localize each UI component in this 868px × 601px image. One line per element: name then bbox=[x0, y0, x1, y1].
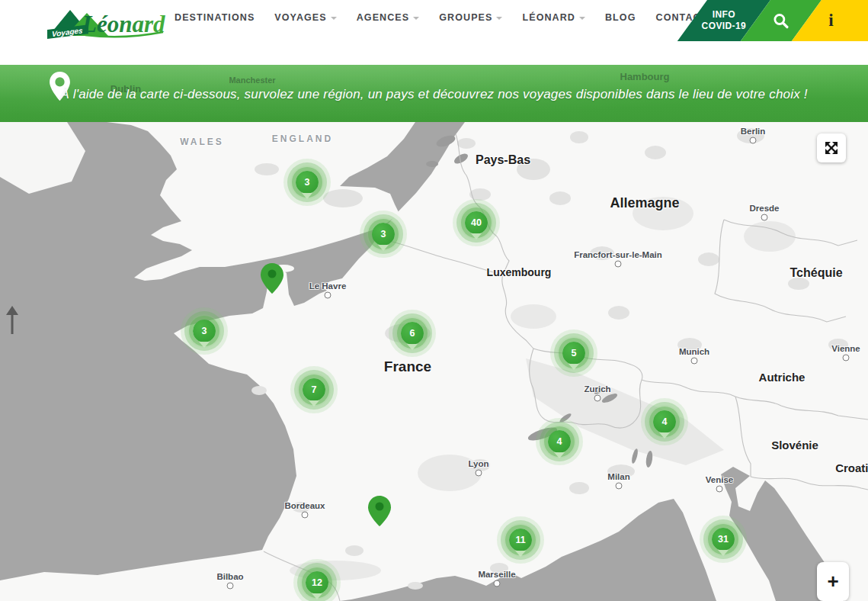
ghost-map-label: Manchester bbox=[229, 76, 275, 85]
map-city-dot bbox=[227, 583, 234, 590]
map-pin-marker[interactable] bbox=[368, 496, 391, 529]
map-cluster-marker[interactable]: 12 bbox=[306, 571, 328, 594]
chevron-down-icon bbox=[331, 17, 337, 20]
map-country-label: Pays-Bas bbox=[476, 153, 530, 167]
cluster-count: 11 bbox=[515, 535, 525, 545]
map-cluster-marker[interactable]: 3 bbox=[193, 320, 216, 342]
map-cluster-marker[interactable]: 4 bbox=[653, 410, 676, 433]
search-icon bbox=[773, 13, 789, 29]
map-country-label: Luxembourg bbox=[487, 266, 552, 278]
map-city-dot bbox=[750, 137, 757, 144]
map-country-label: France bbox=[384, 358, 431, 375]
cluster-count: 12 bbox=[312, 577, 322, 588]
site-header: Voyages Léonard DESTINATIONS VOYAGES AGE… bbox=[0, 0, 868, 65]
fullscreen-button[interactable] bbox=[817, 133, 846, 162]
europe-map[interactable]: WALESENGLANDPays-BasAllemagneLuxembourgT… bbox=[0, 122, 868, 601]
map-cluster-marker[interactable]: 5 bbox=[562, 342, 585, 365]
map-cluster-marker[interactable]: 31 bbox=[712, 528, 735, 551]
map-region-label: WALES bbox=[180, 137, 224, 147]
nav-destinations[interactable]: DESTINATIONS bbox=[175, 12, 255, 23]
map-country-label: Croatie bbox=[835, 461, 868, 474]
map-city-label: Le Havre bbox=[309, 281, 347, 291]
cluster-count: 3 bbox=[381, 229, 386, 239]
map-city-label: Francfort-sur-le-Main bbox=[574, 250, 662, 259]
map-city-label: Berlin bbox=[741, 127, 766, 136]
map-city-label: Zurich bbox=[584, 384, 610, 394]
cluster-count: 31 bbox=[718, 534, 729, 545]
map-pin-marker[interactable] bbox=[261, 263, 283, 297]
map-country-label: Slovénie bbox=[771, 439, 818, 452]
map-cluster-marker[interactable]: 7 bbox=[303, 378, 325, 401]
map-city-label: Bordeaux bbox=[284, 501, 325, 510]
map-country-label: Tchéquie bbox=[790, 266, 842, 280]
nav-voyages[interactable]: VOYAGES bbox=[274, 12, 336, 23]
chevron-down-icon bbox=[496, 17, 502, 20]
map-city-dot bbox=[716, 486, 723, 493]
nav-agences[interactable]: AGENCES bbox=[357, 12, 420, 23]
map-city-label: Dresde bbox=[750, 204, 780, 213]
banner-text: À l'aide de la carte ci-dessous, survole… bbox=[0, 87, 868, 102]
map-city-dot bbox=[615, 261, 622, 268]
map-city-dot bbox=[476, 470, 482, 477]
ghost-map-label: Hambourg bbox=[620, 71, 670, 82]
chevron-down-icon bbox=[413, 17, 419, 20]
main-nav: DESTINATIONS VOYAGES AGENCES GROUPES LÉO… bbox=[175, 12, 707, 23]
cluster-count: 7 bbox=[312, 384, 317, 395]
map-city-dot bbox=[594, 395, 601, 402]
map-cluster-marker[interactable]: 3 bbox=[372, 223, 395, 246]
map-cluster-marker[interactable]: 11 bbox=[509, 529, 532, 551]
expand-arrows-icon bbox=[823, 140, 840, 156]
map-region-label: ENGLAND bbox=[272, 133, 333, 144]
map-country-label: Allemagne bbox=[610, 195, 679, 211]
map-cluster-marker[interactable]: 3 bbox=[296, 171, 319, 194]
map-city-dot bbox=[843, 355, 850, 362]
map-city-dot bbox=[691, 358, 698, 365]
map-cluster-marker[interactable]: 4 bbox=[548, 430, 571, 453]
nav-leonard[interactable]: LÉONARD bbox=[522, 12, 585, 23]
map-city-dot bbox=[494, 580, 501, 587]
map-city-dot bbox=[761, 214, 768, 221]
map-city-label: Milan bbox=[607, 472, 629, 481]
cluster-count: 6 bbox=[410, 328, 415, 339]
voyages-leonard-logo[interactable]: Voyages Léonard bbox=[47, 4, 169, 40]
up-arrow-icon[interactable] bbox=[4, 305, 21, 339]
map-cluster-marker[interactable]: 40 bbox=[465, 211, 488, 234]
map-cluster-marker[interactable]: 6 bbox=[401, 322, 424, 345]
cluster-count: 40 bbox=[471, 217, 482, 228]
chevron-down-icon bbox=[579, 17, 585, 20]
map-intro-banner: DublinManchesterHambourg À l'aide de la … bbox=[0, 65, 868, 122]
map-city-dot bbox=[302, 512, 309, 519]
map-city-label: Munich bbox=[679, 347, 709, 356]
map-city-label: Marseille bbox=[478, 570, 515, 579]
map-city-dot bbox=[616, 483, 623, 490]
cluster-count: 4 bbox=[662, 416, 668, 427]
map-city-label: Lyon bbox=[468, 459, 488, 468]
map-city-label: Bilbao bbox=[216, 572, 243, 581]
map-city-label: Venise bbox=[706, 475, 733, 484]
map-country-label: Autriche bbox=[759, 371, 806, 384]
nav-groupes[interactable]: GROUPES bbox=[439, 12, 502, 23]
map-city-label: Vienne bbox=[831, 344, 860, 353]
cluster-count: 5 bbox=[572, 348, 577, 358]
cluster-count: 3 bbox=[202, 326, 207, 336]
cluster-count: 3 bbox=[305, 177, 310, 188]
zoom-in-button[interactable]: + bbox=[817, 562, 849, 601]
info-icon: i bbox=[806, 11, 855, 31]
map-overlays: WALESENGLANDPays-BasAllemagneLuxembourgT… bbox=[0, 122, 868, 601]
nav-blog[interactable]: BLOG bbox=[605, 12, 636, 23]
map-city-dot bbox=[325, 292, 332, 299]
cluster-count: 4 bbox=[557, 436, 562, 447]
